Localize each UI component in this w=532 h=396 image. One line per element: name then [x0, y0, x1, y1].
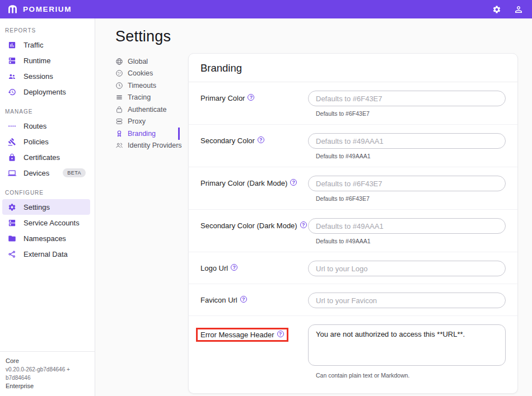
field-row-primary-color: Primary Color? Defaults to #6F43E7: [189, 82, 517, 125]
service-accounts-icon: [8, 219, 16, 227]
sidebar-item-label: Runtime: [24, 56, 50, 65]
brand: POMERIUM: [7, 3, 72, 15]
sessions-icon: [8, 72, 16, 81]
primary-color-dark-input[interactable]: [308, 176, 506, 191]
sidebar-item-traffic[interactable]: Traffic: [2, 37, 90, 53]
settings-icon: [8, 203, 16, 211]
help-icon[interactable]: ?: [240, 296, 247, 303]
settings-subnav: Global Cookies Timeouts Tracing: [115, 53, 180, 152]
field-label-text: Error Message Header: [200, 331, 274, 339]
field-row-error-message-header: Error Message Header? You are not author…: [189, 316, 517, 393]
namespaces-icon: [8, 234, 16, 243]
subnav-item-authenticate[interactable]: Authenticate: [115, 103, 180, 116]
field-helper: Defaults to #49AAA1: [316, 238, 506, 244]
sidebar-section-reports: REPORTS Traffic Runtime Sessions Deploym…: [0, 27, 95, 100]
subnav-label: Branding: [128, 130, 156, 138]
subnav-item-tracing[interactable]: Tracing: [115, 92, 180, 104]
policies-icon: [8, 138, 16, 146]
sidebar-item-label: Devices: [24, 169, 49, 177]
field-row-logo-url: Logo Url?: [189, 252, 517, 284]
sidebar-item-label: Deployments: [24, 88, 66, 96]
field-label-text: Primary Color: [200, 94, 245, 102]
traffic-chart-icon: [8, 41, 16, 49]
field-label: Favicon Url?: [200, 293, 308, 308]
field-label: Primary Color (Dark Mode)?: [200, 176, 308, 202]
gear-icon[interactable]: [492, 5, 501, 14]
deployments-icon: [8, 88, 16, 96]
sidebar-item-label: External Data: [24, 250, 68, 258]
field-label-text: Primary Color (Dark Mode): [200, 179, 287, 187]
subnav-label: Global: [128, 58, 148, 65]
subnav-item-proxy[interactable]: Proxy: [115, 116, 180, 128]
sidebar-item-devices[interactable]: Devices BETA: [2, 165, 90, 181]
help-icon[interactable]: ?: [290, 179, 297, 186]
sidebar-section-configure: CONFIGURE Settings Service Accounts Name…: [0, 190, 95, 262]
sidebar-item-label: Sessions: [24, 72, 53, 81]
help-icon[interactable]: ?: [258, 136, 264, 143]
certificates-icon: [8, 153, 16, 162]
branding-panel: Branding Primary Color? Defaults to #6F4…: [188, 53, 518, 394]
subnav-label: Proxy: [128, 117, 146, 125]
sidebar-item-certificates[interactable]: Certificates: [2, 149, 90, 165]
page-title: Settings: [115, 28, 532, 45]
field-label: Secondary Color?: [200, 133, 308, 159]
subnav-item-identity-providers[interactable]: Identity Providers: [115, 140, 180, 152]
sidebar-item-label: Namespaces: [24, 234, 66, 243]
subnav-label: Cookies: [128, 69, 153, 77]
primary-color-input[interactable]: [308, 91, 506, 106]
sidebar-item-runtime[interactable]: Runtime: [2, 53, 90, 68]
secondary-color-dark-input[interactable]: [308, 218, 506, 234]
sidebar-item-routes[interactable]: Routes: [2, 118, 90, 134]
sidebar-item-label: Service Accounts: [24, 219, 80, 227]
award-icon: [115, 130, 123, 138]
subnav-item-global[interactable]: Global: [115, 55, 180, 68]
sidebar-item-external-data[interactable]: External Data: [2, 246, 90, 262]
routes-icon: [8, 122, 16, 130]
field-label: Primary Color?: [200, 91, 308, 117]
sidebar-item-namespaces[interactable]: Namespaces: [2, 230, 90, 246]
main-content: Settings Global Cookies Timeouts: [96, 18, 532, 396]
external-data-icon: [8, 250, 16, 258]
user-icon[interactable]: [514, 4, 524, 15]
sidebar-item-settings[interactable]: Settings: [2, 199, 90, 215]
subnav-label: Authenticate: [128, 106, 167, 114]
sidebar-item-label: Policies: [24, 138, 49, 146]
sidebar-section-manage: MANAGE Routes Policies Certificates Devi…: [0, 109, 95, 181]
field-row-secondary-color: Secondary Color? Defaults to #49AAA1: [189, 125, 517, 167]
sidebar-item-deployments[interactable]: Deployments: [2, 84, 90, 100]
help-icon[interactable]: ?: [277, 331, 284, 337]
secondary-color-input[interactable]: [308, 133, 506, 149]
panel-header: Branding: [189, 54, 517, 82]
section-label: REPORTS: [5, 27, 95, 34]
sidebar-item-service-accounts[interactable]: Service Accounts: [2, 215, 90, 230]
field-label-text: Favicon Url: [200, 296, 237, 304]
footer-edition: Enterprise: [6, 382, 89, 391]
subnav-label: Timeouts: [128, 82, 156, 89]
subnav-label: Tracing: [128, 93, 151, 101]
tracing-icon: [115, 93, 123, 101]
field-label: Error Message Header?: [200, 324, 308, 379]
help-icon[interactable]: ?: [231, 264, 237, 271]
field-helper: Defaults to #49AAA1: [316, 153, 506, 159]
favicon-url-input[interactable]: [308, 293, 506, 308]
error-message-header-textarea[interactable]: You are not authorized to access this **…: [308, 324, 506, 366]
sidebar-item-label: Routes: [24, 122, 46, 130]
subnav-item-timeouts[interactable]: Timeouts: [115, 79, 180, 92]
field-helper: Can contain plain text or Markdown.: [316, 372, 506, 379]
sidebar-item-sessions[interactable]: Sessions: [2, 68, 90, 84]
beta-badge: BETA: [63, 168, 86, 177]
sidebar-item-label: Certificates: [24, 153, 60, 162]
subnav-item-cookies[interactable]: Cookies: [115, 68, 180, 80]
help-icon[interactable]: ?: [248, 94, 254, 101]
section-label: CONFIGURE: [5, 190, 95, 196]
pomerium-logo-icon: [7, 3, 18, 15]
sidebar-item-label: Settings: [24, 203, 50, 211]
app-bar: POMERIUM: [0, 0, 532, 18]
help-icon[interactable]: ?: [300, 221, 307, 228]
globe-icon: [115, 58, 123, 65]
subnav-item-branding[interactable]: Branding: [115, 128, 180, 140]
logo-url-input[interactable]: [308, 261, 506, 276]
proxy-icon: [115, 117, 123, 125]
people-icon: [115, 142, 123, 149]
sidebar-item-policies[interactable]: Policies: [2, 134, 90, 149]
